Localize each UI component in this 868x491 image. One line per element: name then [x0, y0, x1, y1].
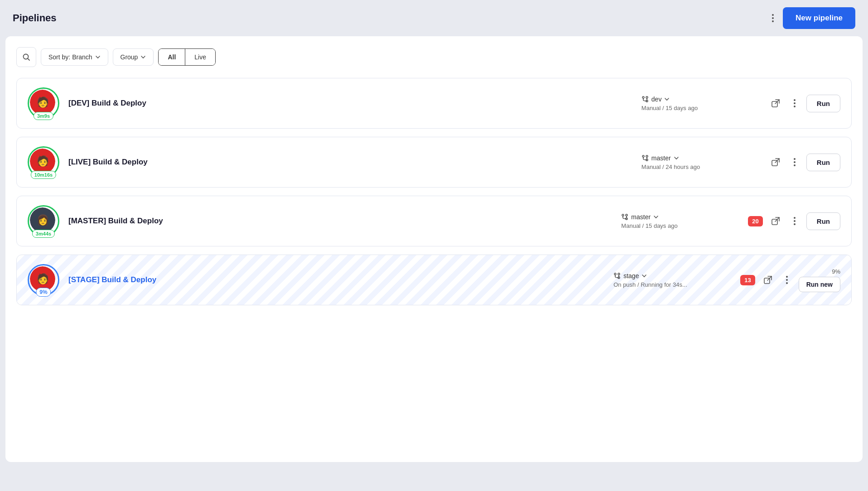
page-header: Pipelines New pipeline: [0, 0, 868, 36]
branch-icon: [641, 96, 649, 103]
branch-icon: [641, 154, 649, 162]
external-link-button[interactable]: [761, 273, 775, 287]
run-button[interactable]: Run: [806, 154, 840, 171]
more-button[interactable]: [788, 154, 801, 171]
header-actions: New pipeline: [768, 7, 855, 29]
branch-row: stage: [613, 272, 731, 279]
group-label: Group: [121, 53, 138, 61]
pipeline-trigger: Manual / 24 hours ago: [641, 164, 759, 170]
avatar-wrap: 🧑 9%: [28, 264, 59, 296]
branch-name: master: [651, 154, 671, 162]
dot-3: [772, 20, 774, 22]
tab-all[interactable]: All: [159, 49, 185, 65]
pipeline-card-live-build: 🧑 10m16s [LIVE] Build & Deploy master M: [16, 137, 852, 188]
svg-point-25: [618, 273, 620, 275]
chevron-down-icon: [674, 155, 679, 161]
branch-info: stage On push / Running for 34s...: [613, 272, 731, 288]
external-link-button[interactable]: [768, 155, 783, 169]
external-link-button[interactable]: [768, 214, 783, 228]
search-icon: [22, 53, 30, 61]
external-link-icon: [771, 99, 780, 108]
pipeline-info: [DEV] Build & Deploy: [68, 99, 632, 108]
svg-point-2: [642, 96, 644, 98]
timer-label: 3m44s: [32, 230, 55, 238]
pipeline-name: [MASTER] Build & Deploy: [68, 217, 163, 225]
avatar-face: 🧑: [30, 90, 55, 115]
external-link-icon: [771, 217, 780, 226]
timer-label: 3m9s: [34, 112, 53, 120]
pipeline-card-master-build: 👩 3m44s [MASTER] Build & Deploy master: [16, 196, 852, 246]
pipeline-info: [LIVE] Build & Deploy: [68, 158, 632, 167]
page-title: Pipelines: [13, 12, 57, 24]
dots-vertical-icon: [791, 97, 798, 109]
avatar: 👩: [30, 207, 55, 233]
timer-label: 9%: [36, 288, 51, 297]
svg-point-18: [626, 214, 627, 216]
branch-icon: [613, 272, 621, 279]
svg-point-4: [646, 96, 648, 98]
pipeline-card-dev-build: 🧑 3m9s [DEV] Build & Deploy dev Manual: [16, 78, 852, 129]
run-button[interactable]: Run: [806, 95, 840, 112]
pipeline-list: 🧑 3m9s [DEV] Build & Deploy dev Manual: [16, 78, 852, 305]
pipeline-info: [MASTER] Build & Deploy: [68, 217, 612, 226]
sort-label: Sort by: Branch: [48, 53, 92, 61]
run-button[interactable]: Run: [806, 212, 840, 230]
more-button[interactable]: [781, 271, 793, 289]
dots-vertical-icon: [791, 215, 798, 227]
branch-row: master: [621, 213, 739, 221]
svg-point-16: [622, 214, 624, 216]
branch-info: dev Manual / 15 days ago: [641, 96, 759, 111]
branch-row: dev: [641, 96, 759, 103]
avatar: 🧑: [30, 149, 55, 174]
dots-vertical-icon: [783, 274, 791, 286]
sort-button[interactable]: Sort by: Branch: [41, 48, 108, 66]
external-link-button[interactable]: [768, 96, 783, 111]
pipeline-info: [STAGE] Build & Deploy: [68, 275, 604, 284]
pipeline-card-stage-build: 🧑 9% [STAGE] Build & Deploy stage On pu: [16, 255, 852, 305]
filter-bar: Sort by: Branch Group All Live: [16, 47, 852, 67]
branch-name: dev: [651, 96, 662, 103]
more-button[interactable]: [788, 212, 801, 230]
chevron-down-icon: [664, 96, 670, 102]
svg-line-1: [28, 58, 29, 60]
chevron-down-icon: [95, 54, 101, 60]
card-actions: 20 Run: [748, 212, 840, 230]
pipeline-trigger: Manual / 15 days ago: [641, 105, 759, 111]
external-link-icon: [771, 158, 780, 167]
group-button[interactable]: Group: [113, 48, 154, 66]
search-button[interactable]: [16, 47, 36, 67]
more-button[interactable]: [788, 95, 801, 112]
chevron-down-icon: [653, 214, 659, 220]
avatar-wrap: 👩 3m44s: [28, 205, 59, 237]
branch-info: master Manual / 24 hours ago: [641, 154, 759, 170]
pipeline-name: [STAGE] Build & Deploy: [68, 275, 156, 284]
card-actions: 13 9% Run new: [740, 268, 840, 292]
avatar-wrap: 🧑 3m9s: [28, 87, 59, 119]
branch-icon: [621, 213, 628, 221]
pipeline-name: [LIVE] Build & Deploy: [68, 158, 148, 166]
svg-point-9: [642, 155, 644, 157]
pipeline-name: [DEV] Build & Deploy: [68, 99, 146, 107]
tab-live[interactable]: Live: [185, 49, 215, 65]
avatar: 🧑: [30, 90, 55, 115]
more-options-button[interactable]: [768, 10, 777, 26]
card-actions: Run: [768, 154, 840, 171]
avatar-wrap: 🧑 10m16s: [28, 146, 59, 178]
branch-row: master: [641, 154, 759, 162]
run-new-group: 9% Run new: [799, 268, 840, 292]
chevron-down-icon: [641, 273, 647, 279]
branch-name: master: [631, 213, 651, 221]
notification-badge: 20: [748, 216, 762, 226]
card-actions: Run: [768, 95, 840, 112]
chevron-down-icon: [140, 54, 146, 60]
main-content: Sort by: Branch Group All Live 🧑 3m9s [D…: [5, 36, 863, 462]
timer-label: 10m16s: [31, 171, 56, 179]
dot-1: [772, 14, 774, 16]
pipeline-trigger: Manual / 15 days ago: [621, 222, 739, 229]
new-pipeline-button[interactable]: New pipeline: [783, 7, 855, 29]
dot-2: [772, 17, 774, 19]
run-new-button[interactable]: Run new: [799, 277, 840, 292]
dots-vertical-icon: [791, 156, 798, 168]
branch-name: stage: [623, 272, 639, 279]
external-link-icon: [763, 275, 772, 284]
